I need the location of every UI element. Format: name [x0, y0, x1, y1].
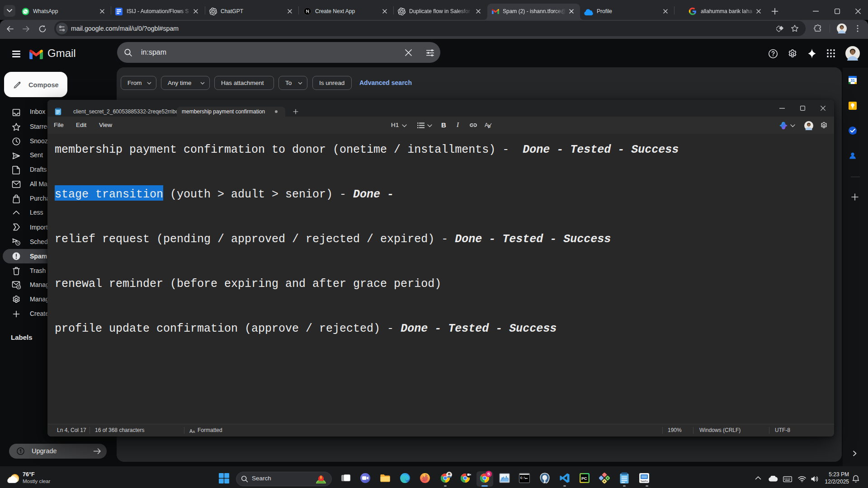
svg-text:A: A	[189, 428, 193, 433]
svg-text:31: 31	[850, 78, 855, 83]
svg-text:PC: PC	[581, 476, 587, 481]
svg-text:TaskPro: TaskPro	[641, 480, 648, 483]
svg-text:A: A	[193, 430, 195, 433]
